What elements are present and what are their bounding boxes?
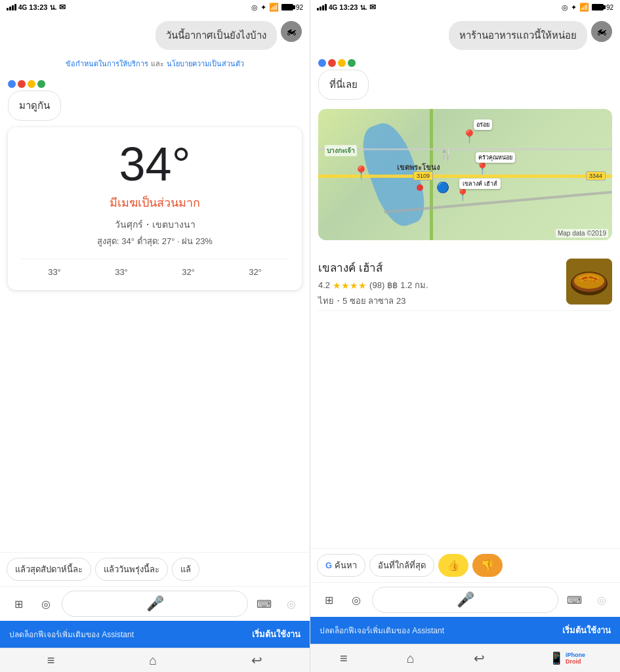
main-content-left: วันนี้อากาศเป็นยังไงบ้าง 🏍 ข้อกำหนดในการ… (0, 14, 310, 552)
nav-back-right[interactable]: ↩ (474, 650, 485, 666)
weather-day-location: วันศุกร์・เขตบางนา (21, 217, 289, 232)
dot-blue-r (318, 59, 326, 67)
signal-icon (7, 4, 16, 10)
mic-button-left[interactable]: 🎤 (62, 591, 248, 617)
time-left: 13:23 น. (29, 1, 56, 13)
hourly-1: 33° (48, 267, 61, 277)
distance: 1.2 กม. (400, 278, 428, 292)
mic-icon-left: 🎤 (146, 595, 164, 612)
battery-icon-right (592, 4, 604, 10)
input-bar-right: ⊞ ◎ 🎤 ⌨ ◎ (310, 582, 620, 617)
terms-row-left: ข้อกำหนดในการให้บริการ และ นโยบายความเป็… (8, 56, 302, 71)
wifi-icon-right: 📶 (579, 3, 589, 12)
price: ฿฿ (387, 280, 398, 290)
terms-sep: และ (151, 58, 164, 70)
assistant-dots-left (8, 80, 302, 88)
weather-details: สูงสุด: 34° ต่ำสุด: 27° · ฝน 23% (21, 234, 289, 248)
assistant-icon-right[interactable]: ⊞ (317, 588, 341, 612)
stars: ★★★★ (333, 280, 367, 291)
map-pin-3: 📍 ครัวคุณหน่อย (476, 161, 489, 177)
input-bar-left: ⊞ ◎ 🎤 ⌨ ◎ (0, 586, 310, 621)
keyboard-icon-left[interactable]: ⌨ (252, 592, 276, 616)
iphone-text: iPhone (566, 652, 585, 658)
droid-icon: 📱 (549, 651, 564, 665)
assistant-dots-right (318, 59, 612, 67)
battery-icon-left (281, 4, 293, 10)
chip-tomorrow[interactable]: แล้ววันพรุ่งนี้ละ (95, 558, 168, 581)
status-bar-right: 4G 13:23 น. ✉ ◎ ✦ 📶 92 (310, 0, 620, 14)
status-right-left: ◎ ✦ 📶 92 (251, 3, 303, 12)
hourly-4: 32° (249, 267, 262, 277)
nav-menu-left[interactable]: ≡ (47, 653, 55, 668)
banner-btn-right[interactable]: เริ่มต้นใช้งาน (562, 623, 611, 637)
bluetooth-icon-right: ✦ (571, 3, 577, 12)
nav-home-left[interactable]: ⌂ (149, 653, 157, 668)
user-bubble-right: หาร้านอาหารแถวนี้ให้หน่อย (449, 21, 587, 50)
chip-search[interactable]: G ค้นหา (317, 554, 365, 577)
restaurant-row-1[interactable]: เขลางค์ เฮ้าส์ 4.2 ★★★★ (98) ฿฿ 1.2 กม. … (318, 256, 612, 311)
chip-thumbdown[interactable]: 👎 (472, 554, 503, 577)
dot-red-r (328, 59, 336, 67)
location-icon: ◎ (251, 3, 258, 12)
assistant-icon-left[interactable]: ⊞ (7, 592, 30, 616)
status-left-left: 4G 13:23 น. ✉ (7, 1, 66, 13)
location-icon-right: ◎ (562, 3, 568, 12)
compass-icon-left[interactable]: ◎ (279, 592, 303, 616)
watermark: 📱 iPhone Droid (544, 648, 590, 668)
battery-pct-right: 92 (606, 4, 613, 11)
nav-home-right[interactable]: ⌂ (407, 651, 415, 666)
restaurant-thumbnail (566, 259, 612, 304)
mail-icon: ✉ (59, 3, 66, 12)
privacy-link[interactable]: นโยบายความเป็นส่วนตัว (167, 58, 244, 70)
map-attribution: Map data ©2019 (556, 229, 608, 238)
user-avatar-right: 🏍 (591, 21, 612, 42)
signal-type-right: 4G (329, 4, 337, 11)
compass-icon-right[interactable]: ◎ (590, 588, 613, 612)
weather-condition: มีเมฆเป็นส่วนมาก (21, 193, 289, 212)
lens-icon-right[interactable]: ◎ (344, 588, 368, 612)
restaurant-rating: 4.2 ★★★★ (98) ฿฿ 1.2 กม. (318, 278, 560, 292)
banner-btn-left[interactable]: เริ่มต้นใช้งาน (252, 627, 300, 641)
hourly-2: 33° (115, 267, 128, 277)
map-pin-4: 🔵 (436, 181, 449, 197)
watermark-text-block: iPhone Droid (566, 652, 585, 665)
status-left-right: 4G 13:23 น. ✉ (317, 1, 376, 13)
restaurant-detail: ไทย・5 ซอย ลาซาล 23 (318, 294, 560, 308)
left-phone: 4G 13:23 น. ✉ ◎ ✦ 📶 92 วันนี้อากาศเป็นยั… (0, 0, 310, 672)
lens-icon-left[interactable]: ◎ (34, 592, 58, 616)
battery-pct-left: 92 (296, 4, 303, 11)
wifi-icon-left: 📶 (269, 3, 279, 12)
main-content-right: หาร้านอาหารแถวนี้ให้หน่อย 🏍 ที่นี่เลย (310, 14, 620, 548)
map-pin-green: 📍 (354, 165, 367, 180)
mic-icon-right: 🎤 (457, 591, 474, 608)
keyboard-icon-right[interactable]: ⌨ (562, 588, 586, 612)
nav-bar-left: ≡ ⌂ ↩ (0, 648, 310, 672)
assistant-bubble-right: ที่นี่เลย (318, 70, 369, 100)
chips-row-left: แล้วสุดสัปดาห์นี้ละ แล้ววันพรุ่งนี้ละ แล… (0, 552, 310, 586)
google-g-icon: G (325, 560, 332, 570)
terms-link[interactable]: ข้อกำหนดในการให้บริการ (66, 58, 148, 70)
mic-button-right[interactable]: 🎤 (372, 587, 558, 613)
dot-red (18, 80, 26, 88)
chip-more[interactable]: แล้ (172, 558, 199, 581)
chip-weekend[interactable]: แล้วสุดสัปดาห์นี้ละ (7, 558, 91, 581)
map-pin-1: 📍 อร่อย (463, 129, 476, 144)
hourly-temps: 33° 33° 32° 32° (21, 259, 289, 277)
nav-back-left[interactable]: ↩ (251, 652, 262, 668)
restaurant-info: เขลางค์ เฮ้าส์ 4.2 ★★★★ (98) ฿฿ 1.2 กม. … (318, 259, 560, 308)
chip-thumbup[interactable]: 👍 (438, 554, 468, 577)
nav-menu-right[interactable]: ≡ (340, 651, 348, 666)
bottom-banner-left: ปลดล็อกฟีเจอร์เพิ่มเติมของ Assistant เริ… (0, 621, 310, 648)
map-pin-2: 🍴 (440, 148, 453, 164)
restaurant-card: เขลางค์ เฮ้าส์ 4.2 ★★★★ (98) ฿฿ 1.2 กม. … (318, 249, 612, 318)
map-container[interactable]: 3109 3344 บางกะเจ้า เขตพระโขนง 📍 อร่อย 🍴… (318, 109, 612, 240)
right-phone: 4G 13:23 น. ✉ ◎ ✦ 📶 92 หาร้านอาหารแถวนี้… (310, 0, 620, 672)
time-right: 13:23 น. (339, 1, 367, 13)
weather-card: 34° มีเมฆเป็นส่วนมาก วันศุกร์・เขตบางนา ส… (8, 127, 302, 290)
chip-nearest[interactable]: อันที่ใกล้ที่สุด (369, 554, 434, 577)
mail-icon-right: ✉ (369, 3, 376, 12)
nav-bar-right: ≡ ⌂ ↩ 📱 iPhone Droid (310, 644, 620, 672)
signal-type: 4G (18, 4, 27, 11)
bottom-banner-right: ปลดล็อกฟีเจอร์เพิ่มเติมของ Assistant เริ… (310, 617, 620, 644)
food-svg (566, 259, 612, 304)
